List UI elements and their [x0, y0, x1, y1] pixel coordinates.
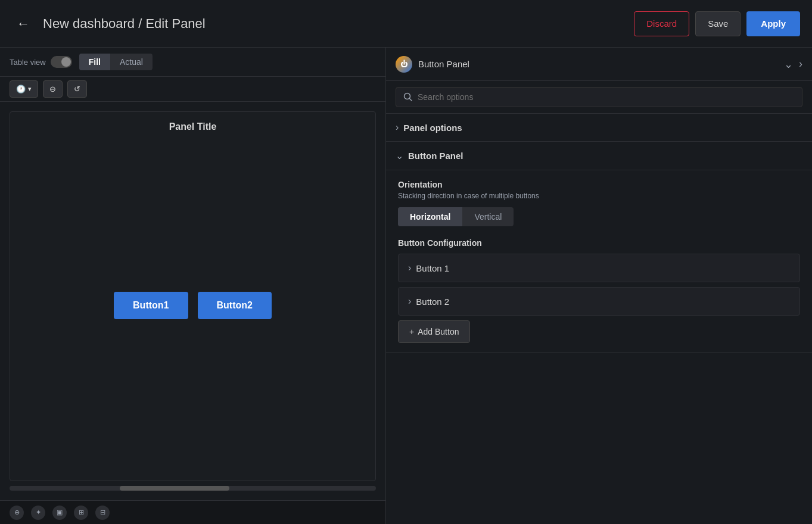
bottom-bar: ⊕ ✦ ▣ ⊞ ⊟ [0, 500, 385, 524]
panel-selector-chevron-icon[interactable]: ⌄ [784, 58, 793, 71]
panel-selector-arrow-icon[interactable]: › [799, 58, 802, 70]
bottom-icon-1[interactable]: ⊕ [10, 506, 24, 520]
header-left: ← New dashboard / Edit Panel [12, 14, 206, 34]
search-icon [403, 92, 413, 102]
button-panel-chevron-icon: ⌄ [396, 150, 403, 161]
orientation-section: Orientation Stacking direction in case o… [386, 170, 812, 353]
vertical-button[interactable]: Vertical [462, 207, 514, 226]
bottom-icon-2[interactable]: ✦ [31, 506, 45, 520]
panel-options-chevron-icon: › [396, 122, 399, 133]
zoom-out-button[interactable]: ⊖ [43, 80, 63, 98]
viz-toolbar: 🕐 ▾ ⊖ ↺ [0, 77, 385, 102]
panel-box: Panel Title Button1 Button2 [10, 111, 376, 481]
panel-selector-bar: ⏻ Button Panel ⌄ › [386, 48, 812, 81]
button-configuration-label: Button Configuration [398, 238, 800, 248]
header: ← New dashboard / Edit Panel Discard Sav… [0, 0, 812, 48]
time-range-button[interactable]: 🕐 ▾ [10, 80, 38, 98]
button2-config-item[interactable]: › Button 2 [398, 287, 800, 316]
bottom-icon-3[interactable]: ▣ [52, 506, 67, 520]
button1-config-item[interactable]: › Button 1 [398, 254, 800, 282]
preview-button1[interactable]: Button1 [114, 292, 188, 319]
plus-icon: + [409, 327, 414, 336]
button1-config-label: Button 1 [416, 263, 449, 273]
bottom-icon-4[interactable]: ⊞ [74, 506, 88, 520]
search-input-wrapper [396, 87, 802, 107]
refresh-icon: ↺ [74, 85, 80, 93]
discard-button[interactable]: Discard [634, 11, 689, 36]
panel-options-title: Panel options [403, 123, 462, 133]
main-layout: Table view Fill Actual 🕐 ▾ ⊖ ↺ P [0, 48, 812, 524]
table-view-label: Table view [10, 58, 46, 67]
clock-icon: 🕐 [16, 85, 26, 93]
add-button-label: Add Button [418, 327, 459, 336]
zoom-out-icon: ⊖ [49, 85, 56, 93]
button2-chevron-icon: › [408, 296, 411, 307]
panel-box-title: Panel Title [20, 121, 366, 132]
search-input[interactable] [418, 92, 795, 102]
panel-content-area: Button1 Button2 [20, 139, 366, 471]
time-chevron-icon: ▾ [28, 85, 32, 93]
orientation-description: Stacking direction in case of multiple b… [398, 192, 800, 200]
search-bar [386, 81, 812, 114]
button-panel-section-title: Button Panel [408, 151, 463, 161]
actual-button[interactable]: Actual [110, 54, 153, 70]
bottom-icon-5[interactable]: ⊟ [95, 506, 110, 520]
preview-button2[interactable]: Button2 [198, 292, 272, 319]
button-panel-section-header[interactable]: ⌄ Button Panel [386, 142, 812, 170]
panel-type-icon: ⏻ [396, 56, 412, 73]
orientation-label: Orientation [398, 180, 800, 189]
orientation-toggle: Horizontal Vertical [398, 207, 514, 226]
right-panel: ⏻ Button Panel ⌄ › › Panel options [386, 48, 812, 524]
button1-chevron-icon: › [408, 263, 411, 273]
fill-button[interactable]: Fill [79, 54, 110, 70]
left-panel: Table view Fill Actual 🕐 ▾ ⊖ ↺ P [0, 48, 386, 524]
svg-line-1 [410, 99, 412, 101]
options-container: › Panel options ⌄ Button Panel Orientati… [386, 114, 812, 524]
back-button[interactable]: ← [12, 14, 35, 34]
header-actions: Discard Save Apply [634, 11, 800, 36]
apply-button[interactable]: Apply [746, 11, 800, 36]
panel-options-section-header[interactable]: › Panel options [386, 114, 812, 142]
horizontal-scrollbar[interactable] [10, 486, 376, 491]
page-title: New dashboard / Edit Panel [43, 16, 206, 32]
power-icon: ⏻ [400, 60, 407, 68]
save-button[interactable]: Save [695, 11, 741, 36]
horizontal-button[interactable]: Horizontal [398, 207, 462, 226]
panel-preview-area: Panel Title Button1 Button2 [0, 102, 385, 500]
fill-actual-toggle: Fill Actual [79, 54, 153, 70]
table-view-toggle: Table view [10, 56, 72, 68]
toolbar-row1: Table view Fill Actual [0, 48, 385, 77]
panel-selector-label: Button Panel [418, 59, 778, 69]
add-button-button[interactable]: + Add Button [398, 320, 470, 343]
refresh-button[interactable]: ↺ [67, 80, 87, 98]
button2-config-label: Button 2 [416, 297, 449, 307]
scrollbar-thumb [120, 486, 230, 491]
table-view-switch[interactable] [51, 56, 72, 68]
